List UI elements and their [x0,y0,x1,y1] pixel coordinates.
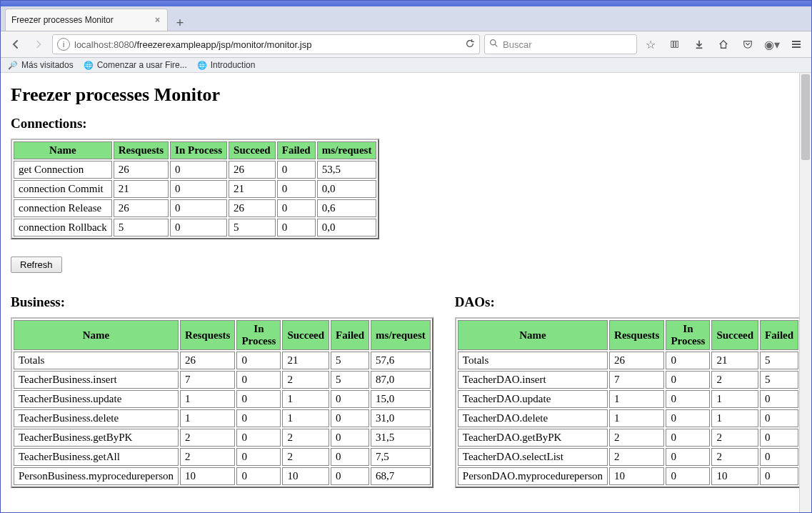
cell-in_process: 0 [236,448,281,466]
scrollbar-thumb[interactable] [801,74,810,160]
url-bar[interactable]: i localhost:8080/freezerexampleapp/jsp/m… [52,34,480,54]
bookmark-introduction[interactable]: 🌐 Introduction [197,60,256,70]
cell-ms: 0,0 [317,219,377,236]
cell-succeed: 2 [711,371,758,389]
table-row: PersonDAO.myprocedureperson10010067,1 [458,467,811,485]
cell-ms: 31,0 [371,409,431,427]
bookmark-most-visited[interactable]: 🔎 Más visitados [8,60,74,70]
cell-succeed: 2 [282,448,329,466]
cell-name: TeacherDAO.insert [458,371,608,389]
col-requests: Resquests [609,320,664,350]
svg-rect-3 [673,41,676,48]
connections-heading: Connections: [11,116,801,131]
url-text: localhost:8080/freezerexampleapp/jsp/mon… [74,39,311,50]
tab-active[interactable]: Freezer processes Monitor × [5,9,168,31]
sync-icon[interactable]: ◉▾ [763,35,781,54]
cell-ms: 0,6 [317,199,377,217]
cell-succeed: 2 [711,448,758,466]
cell-in_process: 0 [666,390,710,408]
scrollbar[interactable] [799,73,811,512]
menu-icon[interactable] [787,35,806,54]
info-icon[interactable]: i [57,38,70,51]
cell-requests: 26 [114,199,169,217]
table-row: TeacherBusiness.delete101031,0 [14,409,431,427]
download-icon[interactable] [690,35,708,54]
toolbar-right: ☆ ◉▾ [641,35,806,54]
col-requests: Resquests [114,141,169,159]
cell-name: TeacherBusiness.getByPK [14,429,179,447]
table-row: TeacherDAO.getByPK202031,5 [458,429,811,447]
cell-ms: 53,5 [317,161,377,179]
cell-name: TeacherDAO.update [458,390,608,408]
cell-requests: 2 [180,429,235,447]
globe-icon: 🌐 [197,60,207,70]
cell-failed: 0 [331,409,369,427]
table-row: Totals26021554,6 [458,352,811,369]
cell-ms: 87,0 [371,371,431,389]
connections-table: Name Resquests In Process Succeed Failed… [11,139,379,239]
cell-succeed: 2 [282,429,329,447]
cell-requests: 1 [609,409,664,427]
svg-rect-2 [671,41,673,48]
cell-failed: 0 [277,219,316,236]
col-failed: Failed [331,320,369,350]
col-failed: Failed [277,141,316,159]
col-failed: Failed [760,320,798,350]
cell-ms: 57,6 [371,352,431,369]
home-icon[interactable] [714,35,733,54]
cell-name: connection Release [14,199,112,217]
cell-requests: 2 [180,448,235,466]
business-heading: Business: [11,294,433,310]
cell-requests: 10 [180,467,235,485]
col-name: Name [14,141,112,159]
cell-succeed: 2 [282,371,329,389]
table-header-row: Name Resquests In Process Succeed Failed… [14,141,376,159]
pocket-icon[interactable] [738,35,757,54]
bookmark-icon: 🔎 [8,60,18,70]
col-succeed: Succeed [229,141,276,159]
back-icon[interactable] [6,35,25,54]
cell-failed: 5 [331,371,369,389]
table-row: TeacherDAO.selectList20207,5 [458,448,811,466]
daos-table: Name Resquests InProcess Succeed Failed … [455,317,811,488]
url-path: /freezerexampleapp/jsp/monitor/monitor.j… [134,39,312,50]
browser-window: Freezer processes Monitor × + i localhos… [0,0,812,513]
cell-succeed: 21 [229,180,276,198]
bookmark-label: Comenzar a usar Fire... [97,60,187,70]
col-name: Name [14,320,179,350]
star-icon[interactable]: ☆ [641,35,660,54]
cell-failed: 5 [760,352,798,369]
bookmark-firefox-start[interactable]: 🌐 Comenzar a usar Fire... [84,60,187,70]
library-icon[interactable] [666,35,684,54]
cell-name: get Connection [14,161,112,179]
col-ms-request: ms/request [371,320,431,350]
cell-requests: 1 [609,390,664,408]
cell-requests: 10 [609,467,664,485]
cell-in_process: 0 [666,467,710,485]
cell-succeed: 10 [282,467,329,485]
search-placeholder: Buscar [503,39,531,50]
refresh-button[interactable]: Refresh [11,256,62,273]
cell-requests: 21 [114,180,169,198]
cell-in_process: 0 [236,409,281,427]
url-port: :8080 [111,39,134,50]
reload-icon[interactable] [465,39,475,51]
table-row: Totals26021557,6 [14,352,431,369]
cell-requests: 26 [114,161,169,179]
search-bar[interactable]: Buscar [484,34,637,54]
window-titlebar [1,1,811,6]
cell-requests: 2 [609,429,664,447]
cell-ms: 31,5 [371,429,431,447]
cell-succeed: 2 [711,429,758,447]
new-tab-button[interactable]: + [172,15,188,31]
cell-name: Totals [458,352,608,369]
col-in-process: InProcess [236,320,281,350]
col-ms-request: ms/request [317,141,377,159]
close-icon[interactable]: × [154,15,161,25]
cell-ms: 15,0 [371,390,431,408]
navbar: i localhost:8080/freezerexampleapp/jsp/m… [1,31,811,58]
daos-heading: DAOs: [455,294,811,310]
table-row: get Connection26026053,5 [14,161,376,179]
col-requests: Resquests [180,320,235,350]
col-name: Name [458,320,608,350]
